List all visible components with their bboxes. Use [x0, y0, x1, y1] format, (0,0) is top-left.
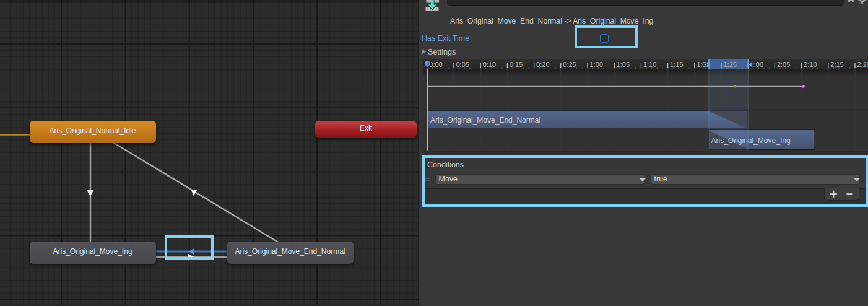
svg-text:0:05: 0:05 — [456, 61, 469, 68]
svg-text:2:15: 2:15 — [830, 61, 843, 68]
svg-text:Aris_Original_Move_End_Normal: Aris_Original_Move_End_Normal — [430, 116, 540, 125]
svg-text:1:10: 1:10 — [643, 61, 656, 68]
svg-text:1:25: 1:25 — [724, 61, 737, 68]
svg-text:0:10: 0:10 — [483, 61, 496, 68]
svg-text:1:15: 1:15 — [670, 61, 683, 68]
svg-text:2:10: 2:10 — [804, 61, 817, 68]
svg-text:0:25: 0:25 — [563, 61, 576, 68]
svg-text:0:00: 0:00 — [429, 61, 442, 68]
svg-text:0:15: 0:15 — [510, 61, 523, 68]
svg-text:0:20: 0:20 — [536, 61, 549, 68]
svg-text:2:05: 2:05 — [777, 61, 790, 68]
svg-text:1:00: 1:00 — [590, 61, 603, 68]
svg-text:2:20: 2:20 — [857, 61, 868, 68]
svg-text:1:05: 1:05 — [617, 61, 630, 68]
